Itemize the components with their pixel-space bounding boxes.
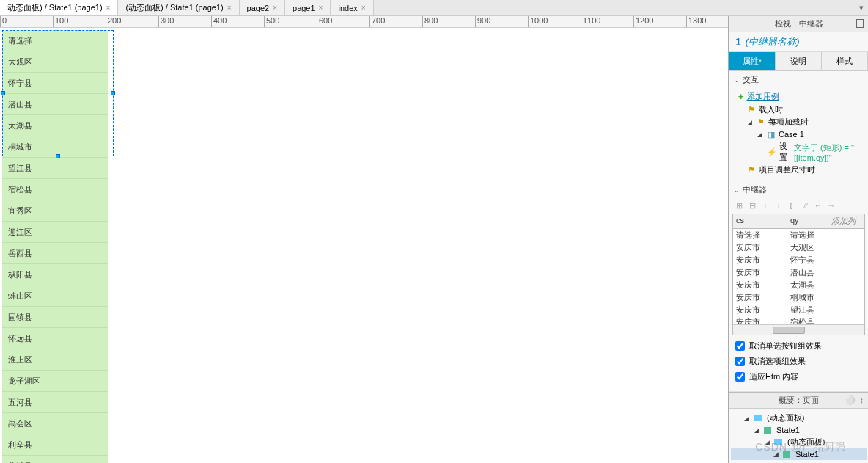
tab-properties[interactable]: 属性* (729, 52, 776, 70)
table-row[interactable]: 安庆市潜山县 (733, 266, 864, 279)
canvas-area[interactable]: 0100200300400500600700800900100011001200… (0, 16, 729, 463)
close-icon[interactable]: × (319, 4, 323, 12)
tree-toggle-icon[interactable]: ◢ (765, 439, 771, 446)
list-item[interactable]: 淮上区 (2, 349, 108, 371)
checkbox-input[interactable] (735, 357, 745, 366)
document-tab[interactable]: page1× (285, 0, 331, 15)
repeater-header[interactable]: ⌄ 中继器 (729, 181, 868, 198)
scroll-thumb[interactable] (773, 327, 806, 334)
table-row[interactable]: 安庆市太湖县 (733, 279, 864, 291)
list-item[interactable]: 岳西县 (2, 243, 108, 264)
tool-delete-row[interactable]: ⊟ (747, 201, 757, 211)
cell-qy[interactable]: 潜山县 (787, 266, 828, 279)
case-1[interactable]: ◢ ◨ Case 1 (734, 128, 868, 140)
list-item[interactable]: 宜秀区 (2, 200, 108, 222)
cell-qy[interactable]: 请选择 (787, 229, 828, 241)
document-tab[interactable]: index× (331, 0, 373, 15)
tab-notes[interactable]: 说明 (776, 52, 822, 70)
interactions-header[interactable]: ⌄ 交互 (729, 71, 868, 88)
outline-item[interactable]: ◢State1 (731, 448, 867, 460)
element-name[interactable]: (中继器名称) (746, 35, 800, 48)
document-tab[interactable]: page2× (240, 0, 285, 15)
list-item[interactable]: 五河县 (2, 392, 108, 413)
close-icon[interactable]: × (361, 4, 366, 12)
action-set-text[interactable]: ⚡ 设置 文字于 (矩形) = "[[item.qy]]" (734, 140, 868, 164)
tree-toggle-icon[interactable]: ◢ (757, 131, 764, 138)
resize-handle-right[interactable] (111, 91, 115, 95)
cell-cs[interactable]: 安庆市 (733, 254, 787, 266)
cell-cs[interactable]: 安庆市 (733, 241, 787, 254)
canvas-content[interactable]: 请选择大观区怀宁县潜山县太湖县桐城市望江县宿松县宜秀区迎江区岳西县枞阳县蚌山区固… (0, 28, 728, 463)
list-item[interactable]: 宿松县 (2, 179, 108, 200)
list-item[interactable]: 潜山县 (2, 94, 108, 115)
outline-item[interactable]: ◢(动态面板) (731, 436, 867, 448)
tree-toggle-icon[interactable]: ◢ (747, 119, 754, 126)
table-row[interactable]: 安庆市桐城市 (733, 291, 864, 304)
checkbox-input[interactable] (735, 372, 745, 382)
cell-qy[interactable]: 宿松县 (787, 316, 828, 324)
table-row[interactable]: 安庆市宿松县 (733, 316, 864, 324)
cell-qy[interactable]: 怀宁县 (787, 254, 828, 266)
list-item[interactable]: 固镇县 (2, 307, 108, 328)
list-item[interactable]: 望江县 (2, 158, 108, 179)
event-item-resize[interactable]: ⚑ 项目调整尺寸时 (734, 164, 868, 176)
column-header-cs[interactable]: cs (733, 214, 787, 228)
outline-item[interactable]: ◢(动态面板) (731, 412, 867, 424)
checkbox-fit-html[interactable]: 适应Html内容 (729, 369, 868, 384)
list-item[interactable]: 太湖县 (2, 115, 108, 136)
tree-toggle-icon[interactable]: ◢ (744, 415, 751, 422)
event-onload[interactable]: ⚑ 载入时 (734, 103, 868, 116)
column-header-add[interactable]: 添加列 (828, 214, 864, 228)
tool-delete-col[interactable]: ⫽ (800, 201, 810, 211)
filter-icon[interactable]: ⚪ (845, 395, 856, 405)
list-item[interactable]: 大观区 (2, 51, 108, 73)
tool-move-left[interactable]: ← (813, 201, 823, 211)
tool-move-right[interactable]: → (826, 201, 836, 211)
document-tab[interactable]: (动态面板) / State1 (page1)× (118, 0, 239, 15)
cell-qy[interactable]: 大观区 (787, 241, 828, 254)
table-row[interactable]: 安庆市望江县 (733, 304, 864, 316)
column-header-qy[interactable]: qy (787, 214, 828, 228)
close-icon[interactable]: × (273, 4, 277, 12)
cell-qy[interactable]: 桐城市 (787, 291, 828, 304)
table-row[interactable]: 请选择请选择 (733, 229, 864, 241)
cell-qy[interactable]: 望江县 (787, 304, 828, 316)
table-row[interactable]: 安庆市怀宁县 (733, 254, 864, 266)
list-item[interactable]: 利辛县 (2, 434, 108, 456)
event-item-load[interactable]: ◢ ⚑ 每项加载时 (734, 116, 868, 128)
close-icon[interactable]: × (106, 4, 111, 12)
list-item[interactable]: 请选择 (2, 30, 108, 51)
sort-icon[interactable]: ↕ (860, 395, 864, 405)
doc-icon[interactable] (856, 19, 864, 28)
list-item[interactable]: 蒙城县 (2, 456, 108, 463)
cell-cs[interactable]: 安庆市 (733, 291, 787, 304)
checkbox-input[interactable] (735, 341, 745, 351)
add-case-link[interactable]: + 添加用例 (734, 90, 868, 103)
list-item[interactable]: 迎江区 (2, 222, 108, 243)
outline-item[interactable]: ◢State1 (731, 424, 867, 436)
cell-cs[interactable]: 安庆市 (733, 304, 787, 316)
list-item[interactable]: 枞阳县 (2, 264, 108, 285)
list-item[interactable]: 蚌山区 (2, 285, 108, 307)
repeater-data-table[interactable]: cs qy 添加列 请选择请选择安庆市大观区安庆市怀宁县安庆市潜山县安庆市太湖县… (732, 214, 865, 335)
document-tab[interactable]: 动态面板) / State1 (page1)× (0, 0, 118, 15)
checkbox-cancel-option[interactable]: 取消选项组效果 (729, 354, 868, 369)
cell-cs[interactable]: 安庆市 (733, 266, 787, 279)
list-item[interactable]: 怀宁县 (2, 73, 108, 94)
list-item[interactable]: 桐城市 (2, 136, 108, 158)
list-item[interactable]: 禹会区 (2, 413, 108, 434)
tool-insert-col[interactable]: ⫿ (787, 201, 797, 211)
horizontal-scrollbar[interactable] (733, 324, 864, 335)
cell-qy[interactable]: 太湖县 (787, 279, 828, 291)
cell-cs[interactable]: 安庆市 (733, 316, 787, 324)
repeater-list[interactable]: 请选择大观区怀宁县潜山县太湖县桐城市望江县宿松县宜秀区迎江区岳西县枞阳县蚌山区固… (2, 30, 108, 463)
list-item[interactable]: 怀远县 (2, 328, 108, 349)
tree-toggle-icon[interactable]: ◢ (773, 451, 780, 458)
close-icon[interactable]: × (227, 4, 232, 12)
table-row[interactable]: 安庆市大观区 (733, 241, 864, 254)
cell-cs[interactable]: 安庆市 (733, 279, 787, 291)
tool-insert-row[interactable]: ⊞ (734, 201, 744, 211)
checkbox-cancel-radio[interactable]: 取消单选按钮组效果 (729, 338, 868, 354)
tabs-overflow-caret[interactable]: ▾ (855, 0, 868, 15)
cell-cs[interactable]: 请选择 (733, 229, 787, 241)
